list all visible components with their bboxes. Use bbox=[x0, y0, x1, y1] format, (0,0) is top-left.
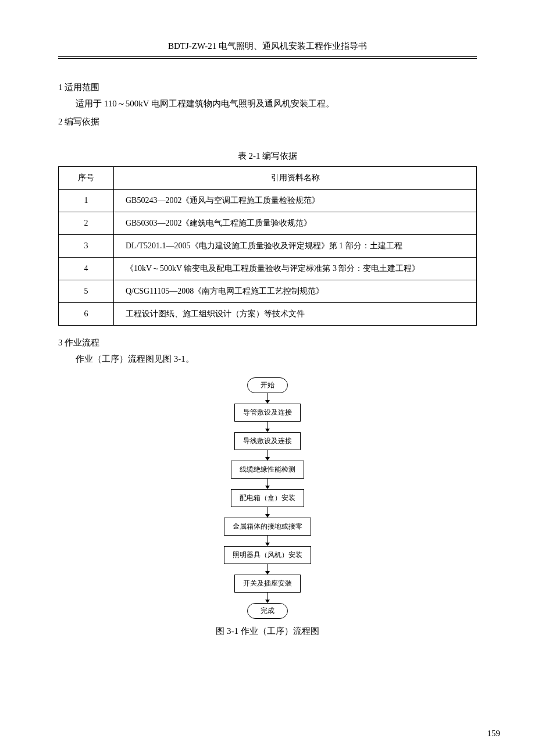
flow-step: 导管敷设及连接 bbox=[234, 404, 301, 422]
section-1-title: 1 适用范围 bbox=[58, 82, 477, 93]
cell-seq: 4 bbox=[59, 258, 114, 280]
flow-end: 完成 bbox=[247, 603, 288, 619]
section-2-title: 2 编写依据 bbox=[58, 116, 477, 127]
page-header: BDTJ-ZW-21 电气照明、通风机安装工程作业指导书 bbox=[58, 41, 477, 56]
flowchart: 开始 导管敷设及连接 导线敷设及连接 线缆绝缘性能检测 配电箱（盒）安装 金属箱… bbox=[58, 377, 477, 619]
cell-name: GB50243—2002《通风与空调工程施工质量检验规范》 bbox=[114, 190, 477, 212]
flow-step: 导线敷设及连接 bbox=[234, 432, 301, 450]
flow-step: 配电箱（盒）安装 bbox=[231, 489, 304, 507]
table-row: 1 GB50243—2002《通风与空调工程施工质量检验规范》 bbox=[59, 190, 477, 212]
col-header-name: 引用资料名称 bbox=[114, 167, 477, 190]
cell-seq: 2 bbox=[59, 212, 114, 235]
flow-step: 照明器具（风机）安装 bbox=[224, 546, 311, 564]
table-row: 3 DL/T5201.1—2005《电力建设施工质量验收及评定规程》第 1 部分… bbox=[59, 235, 477, 258]
cell-name: 工程设计图纸、施工组织设计（方案）等技术文件 bbox=[114, 303, 477, 326]
cell-seq: 3 bbox=[59, 235, 114, 258]
cell-name: GB50303—2002《建筑电气工程施工质量验收规范》 bbox=[114, 212, 477, 235]
section-3-text: 作业（工序）流程图见图 3-1。 bbox=[58, 352, 477, 366]
page-number: 159 bbox=[487, 729, 501, 739]
table-header-row: 序号 引用资料名称 bbox=[59, 167, 477, 190]
section-1-text: 适用于 110～500kV 电网工程建筑物内电气照明及通风机安装工程。 bbox=[58, 97, 477, 110]
cell-name: Q/CSG11105—2008《南方电网工程施工工艺控制规范》 bbox=[114, 280, 477, 303]
cell-seq: 5 bbox=[59, 280, 114, 303]
figure-caption: 图 3-1 作业（工序）流程图 bbox=[58, 626, 477, 637]
table-row: 6 工程设计图纸、施工组织设计（方案）等技术文件 bbox=[59, 303, 477, 326]
header-rule-thin bbox=[58, 58, 477, 59]
table-caption: 表 2-1 编写依据 bbox=[58, 151, 477, 162]
flow-step: 线缆绝缘性能检测 bbox=[231, 461, 304, 479]
table-row: 4 《10kV～500kV 输变电及配电工程质量验收与评定标准第 3 部分：变电… bbox=[59, 258, 477, 280]
cell-name: DL/T5201.1—2005《电力建设施工质量验收及评定规程》第 1 部分：土… bbox=[114, 235, 477, 258]
basis-table: 序号 引用资料名称 1 GB50243—2002《通风与空调工程施工质量检验规范… bbox=[58, 166, 477, 326]
flow-step: 开关及插座安装 bbox=[234, 575, 301, 593]
table-row: 2 GB50303—2002《建筑电气工程施工质量验收规范》 bbox=[59, 212, 477, 235]
document-page: BDTJ-ZW-21 电气照明、通风机安装工程作业指导书 1 适用范围 适用于 … bbox=[0, 0, 535, 756]
header-rule-thick bbox=[58, 56, 477, 57]
cell-name: 《10kV～500kV 输变电及配电工程质量验收与评定标准第 3 部分：变电土建… bbox=[114, 258, 477, 280]
table-row: 5 Q/CSG11105—2008《南方电网工程施工工艺控制规范》 bbox=[59, 280, 477, 303]
flow-step: 金属箱体的接地或接零 bbox=[224, 518, 311, 536]
flow-start: 开始 bbox=[247, 377, 288, 393]
section-3-title: 3 作业流程 bbox=[58, 337, 477, 348]
cell-seq: 1 bbox=[59, 190, 114, 212]
cell-seq: 6 bbox=[59, 303, 114, 326]
col-header-seq: 序号 bbox=[59, 167, 114, 190]
